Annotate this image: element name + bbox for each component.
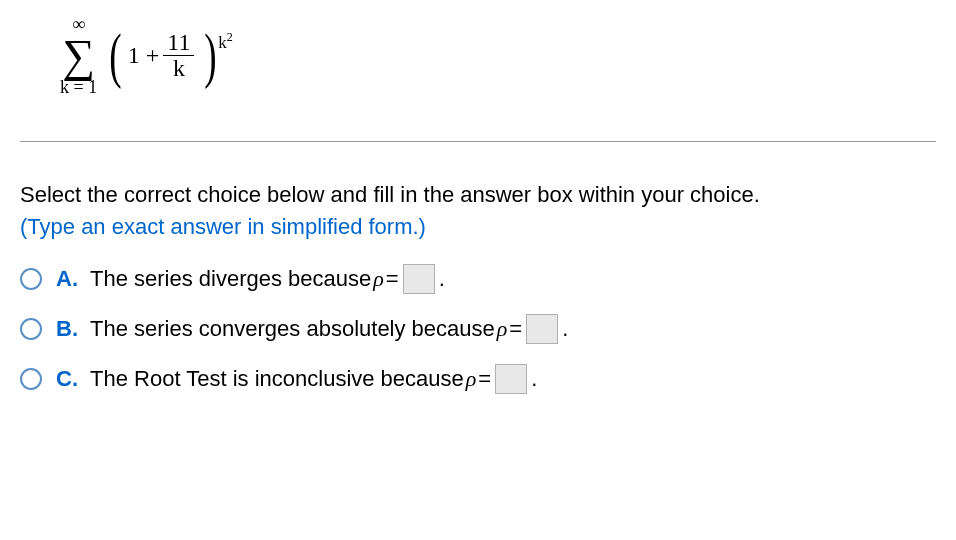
one-plus: 1 + <box>128 42 160 69</box>
instructions-text: Select the correct choice below and fill… <box>20 182 936 208</box>
choice-c-suffix: . <box>531 366 537 392</box>
radio-a[interactable] <box>20 268 42 290</box>
exponent-base: k <box>218 33 227 52</box>
choice-a-prefix: The series diverges because <box>90 266 371 292</box>
sigma-lower-bound: k = 1 <box>60 78 97 96</box>
choice-c-text: The Root Test is inconclusive because ρ … <box>90 364 537 394</box>
choice-a-label: A. <box>56 266 80 292</box>
choice-c-label: C. <box>56 366 80 392</box>
sigma-symbol: ∑ <box>62 35 95 76</box>
sigma-block: ∞ ∑ k = 1 <box>60 15 97 96</box>
hint-text: (Type an exact answer in simplified form… <box>20 214 936 240</box>
series-formula: ∞ ∑ k = 1 ( 1 + 11 k ) k2 <box>60 15 896 96</box>
choice-b-text: The series converges absolutely because … <box>90 314 568 344</box>
choice-b: B. The series converges absolutely becau… <box>20 314 936 344</box>
inner-expression: 1 + 11 k <box>126 30 201 81</box>
left-paren-icon: ( <box>109 31 121 81</box>
radio-b[interactable] <box>20 318 42 340</box>
answer-box-a[interactable] <box>403 264 435 294</box>
rho-symbol: ρ <box>497 316 508 342</box>
rho-symbol: ρ <box>466 366 477 392</box>
choice-c-prefix: The Root Test is inconclusive because <box>90 366 464 392</box>
fraction-numerator: 11 <box>163 30 194 56</box>
fraction-denominator: k <box>169 56 189 81</box>
choice-a: A. The series diverges because ρ = . <box>20 264 936 294</box>
choice-b-label: B. <box>56 316 80 342</box>
choice-c: C. The Root Test is inconclusive because… <box>20 364 936 394</box>
section-divider <box>20 141 936 142</box>
answer-box-c[interactable] <box>495 364 527 394</box>
formula-display: ∞ ∑ k = 1 ( 1 + 11 k ) k2 <box>20 10 936 121</box>
parenthesized-term: ( 1 + 11 k ) k2 <box>105 30 232 81</box>
exponent-power: 2 <box>227 30 233 44</box>
exponent: k2 <box>218 30 233 53</box>
choice-a-text: The series diverges because ρ = . <box>90 264 445 294</box>
fraction: 11 k <box>163 30 194 81</box>
equals-sign: = <box>509 316 522 342</box>
equals-sign: = <box>478 366 491 392</box>
right-paren-icon: ) <box>205 31 217 81</box>
choice-a-suffix: . <box>439 266 445 292</box>
equals-sign: = <box>386 266 399 292</box>
choice-b-prefix: The series converges absolutely because <box>90 316 495 342</box>
answer-box-b[interactable] <box>526 314 558 344</box>
choice-b-suffix: . <box>562 316 568 342</box>
rho-symbol: ρ <box>373 266 384 292</box>
radio-c[interactable] <box>20 368 42 390</box>
